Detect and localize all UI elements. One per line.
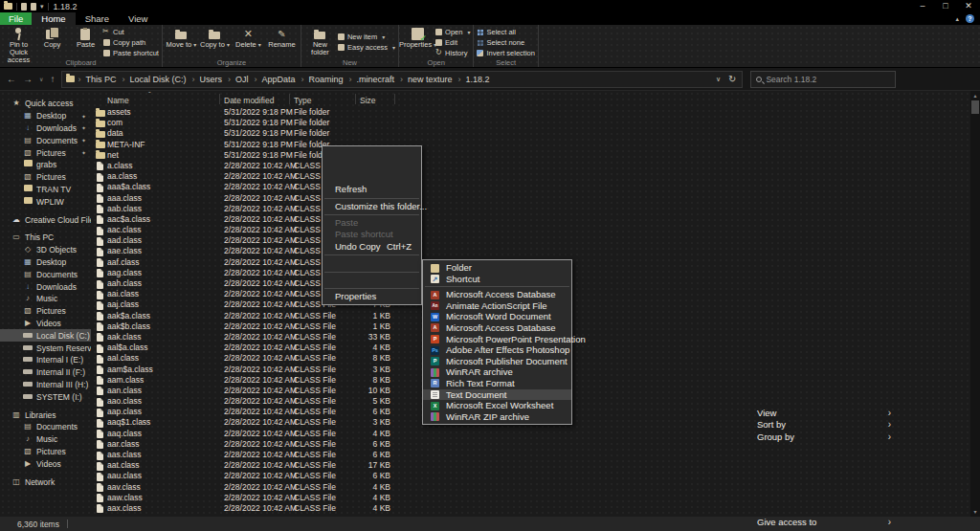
search-box[interactable]: [750, 71, 896, 88]
sidebar-item[interactable]: ▥ Libraries ✦: [0, 409, 91, 421]
ribbon-button-select-none[interactable]: Select none: [477, 38, 534, 47]
ribbon-button-invert-selection[interactable]: Invert selection: [477, 49, 534, 57]
new-submenu-item[interactable]: Ps Adobe After Effects Photoshop: [423, 344, 571, 356]
sidebar-item[interactable]: ▦ Desktop ✦: [0, 110, 91, 122]
sidebar-item[interactable]: ☁ Creative Cloud Files ✦: [0, 213, 91, 226]
ribbon-button-select-all[interactable]: Select all: [477, 28, 534, 36]
context-menu-item[interactable]: View ›: [745, 408, 895, 419]
sidebar-item[interactable]: Internal I (E:) ✦: [0, 354, 91, 366]
file-row[interactable]: aau.class 2/28/2022 10:42 AM CLASS File …: [91, 471, 970, 481]
new-submenu-item[interactable]: Text Document: [423, 389, 571, 401]
context-menu-item[interactable]: Group by ›: [745, 431, 895, 443]
new-submenu-item[interactable]: X Microsoft Excel Worksheet: [423, 400, 571, 411]
column-separator[interactable]: [355, 94, 356, 104]
column-header-name[interactable]: Name: [107, 96, 129, 105]
breadcrumb-item[interactable]: OJl: [225, 75, 252, 84]
sidebar-item[interactable]: ♪ Music ✦: [0, 293, 91, 305]
ribbon-button-paste-shortcut[interactable]: Paste shortcut: [103, 49, 159, 57]
ribbon-button-new-folder[interactable]: New folder: [304, 26, 336, 56]
qat-new-folder-icon[interactable]: [31, 3, 36, 11]
sidebar-item[interactable]: ▦ Desktop ✦: [0, 256, 91, 269]
recent-locations-icon[interactable]: ∨: [39, 76, 43, 82]
context-menu-item[interactable]: Sort by ›: [745, 419, 895, 431]
context-menu-item[interactable]: Customize this folder... ›: [323, 201, 421, 212]
sidebar-item[interactable]: WPLIW ✦: [0, 195, 91, 208]
breadcrumb-item[interactable]: 1.18.2: [456, 75, 493, 84]
search-input[interactable]: [766, 75, 880, 84]
sidebar-item[interactable]: grabs ✦: [0, 159, 91, 171]
sidebar-item[interactable]: ↓ Downloads ✦: [0, 280, 91, 293]
file-row[interactable]: com 5/31/2022 9:18 PM File folder: [91, 118, 970, 128]
ribbon-button-open[interactable]: Open▾: [435, 28, 470, 36]
scrollbar-thumb[interactable]: [971, 100, 979, 114]
sidebar-item[interactable]: ▧ Pictures ✦: [0, 146, 91, 159]
ribbon-button-delete[interactable]: Delete▾: [233, 26, 264, 49]
new-submenu-item[interactable]: A Microsoft Access Database: [423, 322, 571, 334]
refresh-icon[interactable]: ↻: [728, 74, 736, 84]
file-row[interactable]: aa.class 2/28/2022 10:42 AM CLASS File: [91, 171, 970, 182]
up-icon[interactable]: ↑: [50, 74, 55, 84]
file-row[interactable]: data 5/31/2022 9:18 PM File folder: [91, 128, 970, 139]
file-row[interactable]: aat.class 2/28/2022 10:42 AM CLASS File …: [91, 460, 970, 471]
ribbon-button-move-to[interactable]: Move to▾: [166, 26, 197, 49]
new-submenu-item[interactable]: P Microsoft Publisher Document: [423, 356, 571, 367]
sidebar-item[interactable]: ★ Quick access ✦: [0, 98, 91, 110]
sidebar-item[interactable]: System Reserved (D ✦: [0, 342, 91, 354]
file-row[interactable]: aaw.class 2/28/2022 10:42 AM CLASS File …: [91, 493, 970, 503]
help-icon[interactable]: ?: [966, 14, 974, 23]
file-row[interactable]: net 5/31/2022 9:18 PM File folder: [91, 150, 970, 161]
ribbon-tab[interactable]: View: [119, 12, 157, 25]
new-submenu-item[interactable]: An Animate ActionScript File: [423, 300, 571, 312]
file-row[interactable]: aaa.class 2/28/2022 10:42 AM CLASS File: [91, 193, 970, 204]
context-menu-item[interactable]: Undo Copy Ctrl+Z ›: [323, 241, 421, 253]
breadcrumb-item[interactable]: This PC: [75, 75, 119, 84]
qat-customize-caret-icon[interactable]: ▾: [40, 3, 44, 11]
sidebar-item[interactable]: ◇ 3D Objects ✦: [0, 244, 91, 256]
sidebar-item[interactable]: ♪ Music ✦: [0, 433, 91, 446]
ribbon-button-easy-access[interactable]: Easy access▾: [338, 43, 395, 52]
file-row[interactable]: assets 5/31/2022 9:18 PM File folder: [91, 107, 970, 118]
context-menu-item[interactable]: Give access to ›: [745, 517, 895, 528]
tab-file[interactable]: File: [0, 12, 32, 25]
new-submenu-item[interactable]: P Microsoft PowerPoint Presentation: [423, 334, 571, 345]
sidebar-item[interactable]: ▶ Videos ✦: [0, 318, 91, 330]
ribbon-button-cut[interactable]: Cut: [103, 28, 159, 36]
sidebar-item[interactable]: Internal III (H:) ✦: [0, 379, 91, 391]
file-row[interactable]: aax.class 2/28/2022 10:42 AM CLASS File …: [91, 503, 970, 514]
ribbon-button-copy[interactable]: Copy: [36, 26, 68, 49]
breadcrumb-item[interactable]: .minecraft: [346, 75, 398, 84]
ribbon-button-history[interactable]: History: [435, 49, 470, 57]
sidebar-item[interactable]: ↓ Downloads ✦: [0, 122, 91, 135]
ribbon-button-copy-path[interactable]: Copy path: [103, 38, 159, 47]
new-submenu-item[interactable]: W Microsoft Word Document: [423, 311, 571, 322]
file-row[interactable]: aac.class 2/28/2022 10:42 AM CLASS File: [91, 225, 970, 235]
ribbon-button-properties[interactable]: Properties▾: [402, 26, 434, 49]
column-separator[interactable]: [394, 94, 395, 104]
close-button[interactable]: ✕: [957, 0, 980, 12]
file-row[interactable]: aab.class 2/28/2022 10:42 AM CLASS File: [91, 204, 970, 214]
new-submenu-item[interactable]: ↗ Shortcut: [423, 274, 571, 285]
file-row[interactable]: aas.class 2/28/2022 10:42 AM CLASS File …: [91, 450, 970, 460]
minimize-button[interactable]: –: [911, 0, 934, 12]
qat-properties-icon[interactable]: [21, 3, 27, 11]
ribbon-button-rename[interactable]: Rename: [266, 26, 298, 49]
ribbon-button-copy-to[interactable]: Copy to▾: [199, 26, 231, 49]
sidebar-item[interactable]: ▤ Documents ✦: [0, 421, 91, 433]
sidebar-item[interactable]: TRAN TV ✦: [0, 184, 91, 196]
file-row[interactable]: aav.class 2/28/2022 10:42 AM CLASS File …: [91, 482, 970, 493]
ribbon-button-edit[interactable]: Edit: [435, 38, 470, 47]
sidebar-item[interactable]: ◫ Network ✦: [0, 476, 91, 488]
column-separator[interactable]: [219, 94, 220, 104]
back-icon[interactable]: ←: [7, 74, 16, 84]
address-bar[interactable]: This PC Local Disk (C:) Users OJl AppDat…: [61, 71, 743, 88]
breadcrumb-item[interactable]: new texture: [397, 75, 456, 84]
sidebar-item[interactable]: Internal II (F:) ✦: [0, 366, 91, 379]
column-header-size[interactable]: Size: [360, 96, 376, 105]
file-row[interactable]: aad.class 2/28/2022 10:42 AM CLASS File: [91, 235, 970, 246]
new-submenu-item[interactable]: WinRAR ZIP archive: [423, 411, 571, 423]
sidebar-item[interactable]: ▧ Pictures ✦: [0, 446, 91, 458]
ribbon-button-paste[interactable]: Paste: [70, 26, 101, 49]
sidebar-item[interactable]: ▧ Pictures ✦: [0, 305, 91, 318]
breadcrumb-item[interactable]: Local Disk (C:): [119, 75, 189, 84]
column-header-date[interactable]: Date modified: [224, 96, 274, 105]
